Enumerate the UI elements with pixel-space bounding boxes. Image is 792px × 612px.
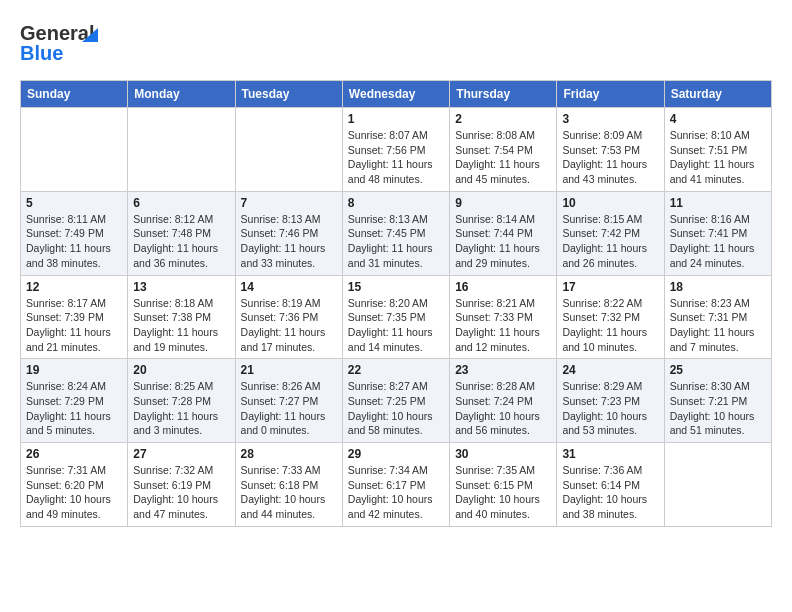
day-info: Sunrise: 7:32 AM Sunset: 6:19 PM Dayligh… [133, 463, 229, 522]
day-cell: 10Sunrise: 8:15 AM Sunset: 7:42 PM Dayli… [557, 191, 664, 275]
day-info: Sunrise: 8:19 AM Sunset: 7:36 PM Dayligh… [241, 296, 337, 355]
day-number: 1 [348, 112, 444, 126]
day-info: Sunrise: 8:08 AM Sunset: 7:54 PM Dayligh… [455, 128, 551, 187]
day-info: Sunrise: 8:10 AM Sunset: 7:51 PM Dayligh… [670, 128, 766, 187]
calendar-table: SundayMondayTuesdayWednesdayThursdayFrid… [20, 80, 772, 527]
day-number: 20 [133, 363, 229, 377]
day-info: Sunrise: 8:30 AM Sunset: 7:21 PM Dayligh… [670, 379, 766, 438]
day-number: 23 [455, 363, 551, 377]
weekday-friday: Friday [557, 81, 664, 108]
day-info: Sunrise: 8:23 AM Sunset: 7:31 PM Dayligh… [670, 296, 766, 355]
weekday-thursday: Thursday [450, 81, 557, 108]
day-cell: 13Sunrise: 8:18 AM Sunset: 7:38 PM Dayli… [128, 275, 235, 359]
day-number: 4 [670, 112, 766, 126]
svg-text:Blue: Blue [20, 42, 63, 64]
day-cell: 24Sunrise: 8:29 AM Sunset: 7:23 PM Dayli… [557, 359, 664, 443]
day-number: 17 [562, 280, 658, 294]
day-info: Sunrise: 8:16 AM Sunset: 7:41 PM Dayligh… [670, 212, 766, 271]
day-number: 29 [348, 447, 444, 461]
day-cell [664, 443, 771, 527]
day-info: Sunrise: 7:36 AM Sunset: 6:14 PM Dayligh… [562, 463, 658, 522]
day-cell: 19Sunrise: 8:24 AM Sunset: 7:29 PM Dayli… [21, 359, 128, 443]
day-cell: 30Sunrise: 7:35 AM Sunset: 6:15 PM Dayli… [450, 443, 557, 527]
day-number: 15 [348, 280, 444, 294]
day-cell: 27Sunrise: 7:32 AM Sunset: 6:19 PM Dayli… [128, 443, 235, 527]
day-cell [21, 108, 128, 192]
day-cell: 28Sunrise: 7:33 AM Sunset: 6:18 PM Dayli… [235, 443, 342, 527]
day-info: Sunrise: 8:18 AM Sunset: 7:38 PM Dayligh… [133, 296, 229, 355]
day-cell: 20Sunrise: 8:25 AM Sunset: 7:28 PM Dayli… [128, 359, 235, 443]
day-info: Sunrise: 7:34 AM Sunset: 6:17 PM Dayligh… [348, 463, 444, 522]
day-info: Sunrise: 8:14 AM Sunset: 7:44 PM Dayligh… [455, 212, 551, 271]
day-cell: 21Sunrise: 8:26 AM Sunset: 7:27 PM Dayli… [235, 359, 342, 443]
weekday-tuesday: Tuesday [235, 81, 342, 108]
day-info: Sunrise: 8:24 AM Sunset: 7:29 PM Dayligh… [26, 379, 122, 438]
day-info: Sunrise: 8:15 AM Sunset: 7:42 PM Dayligh… [562, 212, 658, 271]
day-info: Sunrise: 8:20 AM Sunset: 7:35 PM Dayligh… [348, 296, 444, 355]
day-number: 6 [133, 196, 229, 210]
day-cell: 9Sunrise: 8:14 AM Sunset: 7:44 PM Daylig… [450, 191, 557, 275]
day-info: Sunrise: 8:11 AM Sunset: 7:49 PM Dayligh… [26, 212, 122, 271]
day-number: 16 [455, 280, 551, 294]
weekday-monday: Monday [128, 81, 235, 108]
day-cell: 12Sunrise: 8:17 AM Sunset: 7:39 PM Dayli… [21, 275, 128, 359]
week-row-4: 19Sunrise: 8:24 AM Sunset: 7:29 PM Dayli… [21, 359, 772, 443]
logo: General Blue [20, 16, 110, 70]
day-number: 26 [26, 447, 122, 461]
day-number: 21 [241, 363, 337, 377]
page: General Blue SundayMondayTuesdayWednesda… [0, 0, 792, 612]
day-info: Sunrise: 8:29 AM Sunset: 7:23 PM Dayligh… [562, 379, 658, 438]
week-row-2: 5Sunrise: 8:11 AM Sunset: 7:49 PM Daylig… [21, 191, 772, 275]
day-cell: 25Sunrise: 8:30 AM Sunset: 7:21 PM Dayli… [664, 359, 771, 443]
day-cell: 29Sunrise: 7:34 AM Sunset: 6:17 PM Dayli… [342, 443, 449, 527]
day-cell: 26Sunrise: 7:31 AM Sunset: 6:20 PM Dayli… [21, 443, 128, 527]
week-row-5: 26Sunrise: 7:31 AM Sunset: 6:20 PM Dayli… [21, 443, 772, 527]
day-info: Sunrise: 8:17 AM Sunset: 7:39 PM Dayligh… [26, 296, 122, 355]
weekday-saturday: Saturday [664, 81, 771, 108]
day-number: 3 [562, 112, 658, 126]
day-info: Sunrise: 8:26 AM Sunset: 7:27 PM Dayligh… [241, 379, 337, 438]
day-cell: 16Sunrise: 8:21 AM Sunset: 7:33 PM Dayli… [450, 275, 557, 359]
day-info: Sunrise: 8:22 AM Sunset: 7:32 PM Dayligh… [562, 296, 658, 355]
day-number: 19 [26, 363, 122, 377]
day-cell [235, 108, 342, 192]
day-cell: 7Sunrise: 8:13 AM Sunset: 7:46 PM Daylig… [235, 191, 342, 275]
day-info: Sunrise: 7:35 AM Sunset: 6:15 PM Dayligh… [455, 463, 551, 522]
day-cell: 5Sunrise: 8:11 AM Sunset: 7:49 PM Daylig… [21, 191, 128, 275]
day-number: 28 [241, 447, 337, 461]
day-cell: 2Sunrise: 8:08 AM Sunset: 7:54 PM Daylig… [450, 108, 557, 192]
week-row-3: 12Sunrise: 8:17 AM Sunset: 7:39 PM Dayli… [21, 275, 772, 359]
day-cell: 4Sunrise: 8:10 AM Sunset: 7:51 PM Daylig… [664, 108, 771, 192]
day-info: Sunrise: 8:21 AM Sunset: 7:33 PM Dayligh… [455, 296, 551, 355]
day-cell: 6Sunrise: 8:12 AM Sunset: 7:48 PM Daylig… [128, 191, 235, 275]
day-number: 7 [241, 196, 337, 210]
day-info: Sunrise: 7:33 AM Sunset: 6:18 PM Dayligh… [241, 463, 337, 522]
day-info: Sunrise: 8:07 AM Sunset: 7:56 PM Dayligh… [348, 128, 444, 187]
day-number: 27 [133, 447, 229, 461]
weekday-sunday: Sunday [21, 81, 128, 108]
day-cell: 18Sunrise: 8:23 AM Sunset: 7:31 PM Dayli… [664, 275, 771, 359]
day-cell: 11Sunrise: 8:16 AM Sunset: 7:41 PM Dayli… [664, 191, 771, 275]
day-cell: 22Sunrise: 8:27 AM Sunset: 7:25 PM Dayli… [342, 359, 449, 443]
weekday-wednesday: Wednesday [342, 81, 449, 108]
day-number: 11 [670, 196, 766, 210]
weekday-header-row: SundayMondayTuesdayWednesdayThursdayFrid… [21, 81, 772, 108]
day-cell: 31Sunrise: 7:36 AM Sunset: 6:14 PM Dayli… [557, 443, 664, 527]
week-row-1: 1Sunrise: 8:07 AM Sunset: 7:56 PM Daylig… [21, 108, 772, 192]
day-info: Sunrise: 8:13 AM Sunset: 7:46 PM Dayligh… [241, 212, 337, 271]
day-number: 5 [26, 196, 122, 210]
day-cell: 8Sunrise: 8:13 AM Sunset: 7:45 PM Daylig… [342, 191, 449, 275]
day-number: 30 [455, 447, 551, 461]
day-cell: 23Sunrise: 8:28 AM Sunset: 7:24 PM Dayli… [450, 359, 557, 443]
day-number: 14 [241, 280, 337, 294]
header: General Blue [20, 16, 772, 70]
logo-svg: General Blue [20, 16, 110, 66]
day-number: 18 [670, 280, 766, 294]
day-info: Sunrise: 8:25 AM Sunset: 7:28 PM Dayligh… [133, 379, 229, 438]
day-number: 22 [348, 363, 444, 377]
day-info: Sunrise: 8:13 AM Sunset: 7:45 PM Dayligh… [348, 212, 444, 271]
day-cell: 3Sunrise: 8:09 AM Sunset: 7:53 PM Daylig… [557, 108, 664, 192]
svg-text:General: General [20, 22, 94, 44]
day-number: 31 [562, 447, 658, 461]
day-number: 24 [562, 363, 658, 377]
